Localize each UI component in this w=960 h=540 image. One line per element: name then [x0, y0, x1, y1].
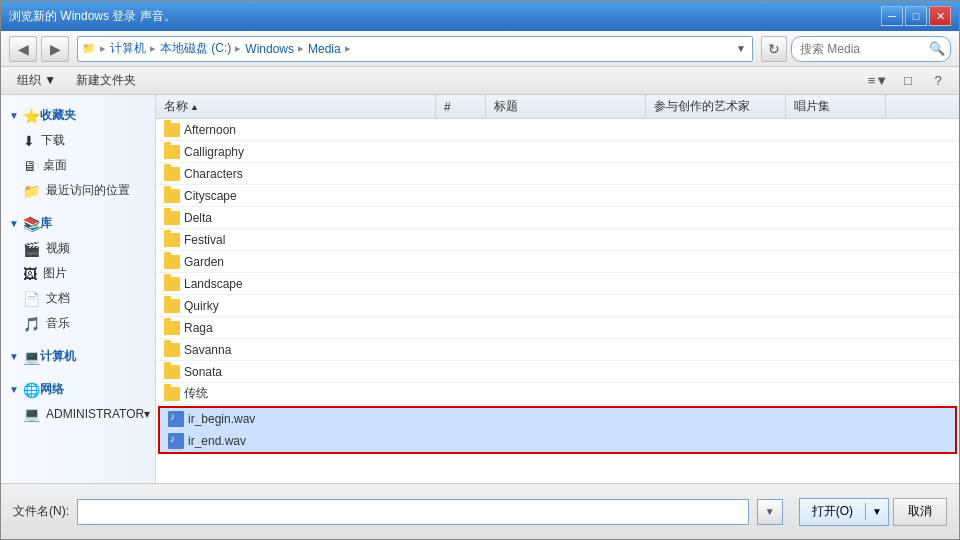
search-input[interactable] — [791, 36, 951, 62]
bottom-bar: 文件名(N): ▼ 打开(O) ▼ 取消 — [1, 483, 959, 539]
admin-label: ADMINISTRATOR▾ — [46, 407, 150, 421]
network-header[interactable]: ▼ 🌐 网络 — [1, 377, 155, 402]
table-row[interactable]: Savanna — [156, 339, 959, 361]
file-name-cell: Sonata — [156, 361, 436, 382]
star-icon: ⭐ — [23, 108, 40, 124]
sidebar-item-download[interactable]: ⬇ 下载 — [1, 128, 155, 153]
folder-icon — [164, 343, 180, 357]
computer-section: ▼ 💻 计算机 — [1, 344, 155, 369]
music-label: 音乐 — [46, 315, 70, 332]
window-title: 浏览新的 Windows 登录 声音。 — [9, 8, 881, 25]
table-row[interactable]: Landscape — [156, 273, 959, 295]
filename-dropdown[interactable]: ▼ — [757, 499, 783, 525]
table-row[interactable]: Sonata — [156, 361, 959, 383]
table-row[interactable]: Garden — [156, 251, 959, 273]
table-row[interactable]: Delta — [156, 207, 959, 229]
desktop-icon: 🖥 — [23, 158, 37, 174]
docs-label: 文档 — [46, 290, 70, 307]
file-list-header: 名称 ▲ # 标题 参与创作的艺术家 唱片集 — [156, 95, 959, 119]
organize-menu[interactable]: 组织 ▼ — [9, 68, 64, 93]
crumb-media[interactable]: Media — [308, 42, 341, 56]
col-header-album[interactable]: 唱片集 — [786, 95, 886, 118]
table-row[interactable]: ir_begin.wav — [160, 408, 955, 430]
file-name-cell: Cityscape — [156, 185, 436, 206]
forward-button[interactable]: ▶ — [41, 36, 69, 62]
address-dropdown[interactable]: ▼ — [734, 43, 748, 54]
crumb-drive[interactable]: 本地磁盘 (C:) — [160, 40, 231, 57]
recent-label: 最近访问的位置 — [46, 182, 130, 199]
favorites-header[interactable]: ▼ ⭐ 收藏夹 — [1, 103, 155, 128]
favorites-section: ▼ ⭐ 收藏夹 ⬇ 下载 🖥 桌面 📁 最近访问的位置 — [1, 103, 155, 203]
new-folder-button[interactable]: 新建文件夹 — [68, 68, 144, 93]
table-row[interactable]: Cityscape — [156, 185, 959, 207]
folder-icon — [164, 167, 180, 181]
table-row[interactable]: Afternoon — [156, 119, 959, 141]
table-row[interactable]: 传统 — [156, 383, 959, 405]
sidebar-item-videos[interactable]: 🎬 视频 — [1, 236, 155, 261]
close-button[interactable]: ✕ — [929, 6, 951, 26]
computer-header[interactable]: ▼ 💻 计算机 — [1, 344, 155, 369]
docs-icon: 📄 — [23, 291, 40, 307]
crumb-windows[interactable]: Windows — [245, 42, 294, 56]
file-area: 名称 ▲ # 标题 参与创作的艺术家 唱片集 — [156, 95, 959, 483]
minimize-button[interactable]: ─ — [881, 6, 903, 26]
table-row[interactable]: Festival — [156, 229, 959, 251]
filename-input[interactable] — [77, 499, 749, 525]
file-name-cell: Savanna — [156, 339, 436, 360]
network-section: ▼ 🌐 网络 💻 ADMINISTRATOR▾ — [1, 377, 155, 426]
library-header[interactable]: ▼ 📚 库 — [1, 211, 155, 236]
col-header-name[interactable]: 名称 ▲ — [156, 95, 436, 118]
folder-icon — [164, 277, 180, 291]
filename-label: 文件名(N): — [13, 503, 69, 520]
maximize-button[interactable]: □ — [905, 6, 927, 26]
sidebar-item-images[interactable]: 🖼 图片 — [1, 261, 155, 286]
table-row[interactable]: Calligraphy — [156, 141, 959, 163]
sidebar-item-admin[interactable]: 💻 ADMINISTRATOR▾ — [1, 402, 155, 426]
file-name-cell: ir_end.wav — [160, 430, 440, 452]
crumb-computer[interactable]: 计算机 — [110, 40, 146, 57]
col-header-artist[interactable]: 参与创作的艺术家 — [646, 95, 786, 118]
music-icon: 🎵 — [23, 316, 40, 332]
desktop-label: 桌面 — [43, 157, 67, 174]
table-row[interactable]: ir_end.wav — [160, 430, 955, 452]
videos-icon: 🎬 — [23, 241, 40, 257]
recent-icon: 📁 — [23, 183, 40, 199]
bottom-buttons: 打开(O) ▼ 取消 — [799, 498, 947, 526]
open-button-arrow[interactable]: ▼ — [866, 506, 888, 517]
sidebar-item-docs[interactable]: 📄 文档 — [1, 286, 155, 311]
file-name-cell: Quirky — [156, 295, 436, 316]
col-header-title[interactable]: 标题 — [486, 95, 646, 118]
file-name-cell: 传统 — [156, 383, 436, 404]
folder-icon — [164, 233, 180, 247]
search-wrapper: 🔍 — [791, 36, 951, 62]
cancel-button[interactable]: 取消 — [893, 498, 947, 526]
sort-arrow: ▲ — [190, 102, 199, 112]
sidebar: ▼ ⭐ 收藏夹 ⬇ 下载 🖥 桌面 📁 最近访问的位置 — [1, 95, 156, 483]
help-button[interactable]: ? — [925, 70, 951, 92]
col-header-num[interactable]: # — [436, 95, 486, 118]
folder-icon — [164, 145, 180, 159]
back-button[interactable]: ◀ — [9, 36, 37, 62]
favorites-arrow: ▼ — [9, 110, 19, 121]
sidebar-item-desktop[interactable]: 🖥 桌面 — [1, 153, 155, 178]
title-bar: 浏览新的 Windows 登录 声音。 ─ □ ✕ — [1, 1, 959, 31]
selected-files-group: ir_begin.wav ir_end.wav — [158, 406, 957, 454]
sidebar-item-music[interactable]: 🎵 音乐 — [1, 311, 155, 336]
file-name-cell: Characters — [156, 163, 436, 184]
address-bar[interactable]: 📁 ▸ 计算机 ▸ 本地磁盘 (C:) ▸ Windows ▸ Media ▸ … — [77, 36, 753, 62]
toolbar: ◀ ▶ 📁 ▸ 计算机 ▸ 本地磁盘 (C:) ▸ Windows ▸ Medi… — [1, 31, 959, 67]
panel-toggle-button[interactable]: □ — [895, 70, 921, 92]
file-list-body[interactable]: Afternoon Calligraphy — [156, 119, 959, 483]
library-section: ▼ 📚 库 🎬 视频 🖼 图片 📄 文档 🎵 — [1, 211, 155, 336]
table-row[interactable]: Raga — [156, 317, 959, 339]
table-row[interactable]: Quirky — [156, 295, 959, 317]
sidebar-item-recent[interactable]: 📁 最近访问的位置 — [1, 178, 155, 203]
folder-icon — [164, 365, 180, 379]
wav-icon — [168, 433, 184, 449]
view-toggle-button[interactable]: ≡▼ — [865, 70, 891, 92]
table-row[interactable]: Characters — [156, 163, 959, 185]
images-label: 图片 — [43, 265, 67, 282]
open-button[interactable]: 打开(O) ▼ — [799, 498, 889, 526]
file-name-cell: Delta — [156, 207, 436, 228]
refresh-button[interactable]: ↻ — [761, 36, 787, 62]
